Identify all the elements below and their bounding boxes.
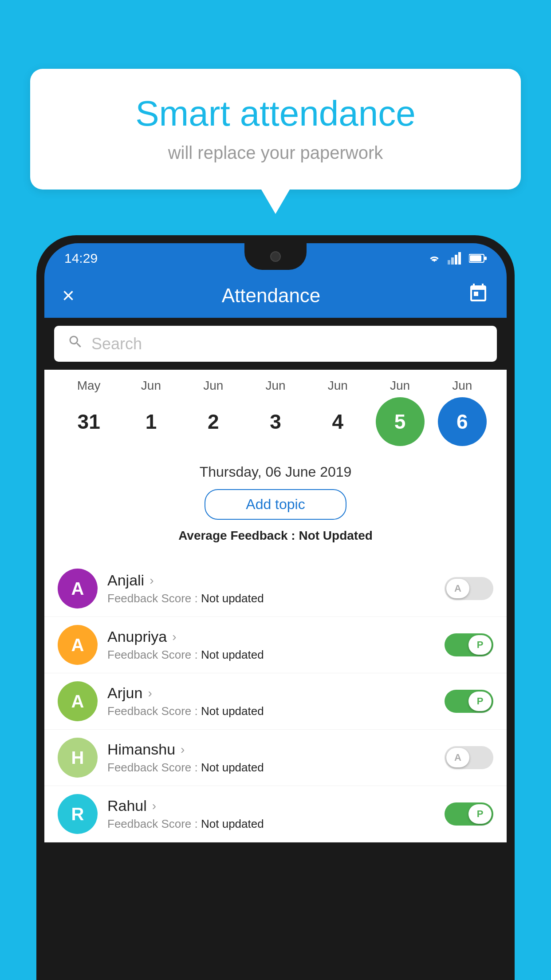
- calendar-strip: May Jun Jun Jun Jun Jun Jun 31 1 2 3 4 5…: [44, 370, 507, 450]
- student-feedback-1: Feedback Score : Not updated: [107, 648, 435, 662]
- chevron-icon-2: ›: [148, 686, 152, 700]
- student-avatar-0: A: [58, 569, 98, 609]
- month-3: Jun: [247, 379, 304, 393]
- svg-rect-6: [484, 257, 487, 260]
- student-avatar-4: R: [58, 794, 98, 834]
- svg-rect-5: [470, 255, 481, 261]
- chevron-icon-4: ›: [152, 799, 156, 813]
- date-6-selected[interactable]: 6: [438, 397, 487, 446]
- student-avatar-1: A: [58, 625, 98, 665]
- add-topic-button[interactable]: Add topic: [205, 489, 346, 520]
- calendar-dates: 31 1 2 3 4 5 6: [58, 397, 493, 446]
- attendance-toggle-2[interactable]: P: [445, 690, 493, 713]
- student-feedback-2: Feedback Score : Not updated: [107, 704, 435, 718]
- toggle-knob-0: A: [446, 579, 469, 598]
- chevron-icon-3: ›: [181, 743, 185, 757]
- student-avatar-3: H: [58, 738, 98, 778]
- month-0: May: [60, 379, 118, 393]
- close-button[interactable]: ×: [62, 285, 75, 306]
- month-4: Jun: [309, 379, 366, 393]
- search-icon: [67, 334, 83, 354]
- month-1: Jun: [122, 379, 180, 393]
- calendar-months: May Jun Jun Jun Jun Jun Jun: [58, 379, 493, 393]
- student-feedback-0: Feedback Score : Not updated: [107, 592, 435, 605]
- student-feedback-3: Feedback Score : Not updated: [107, 761, 435, 775]
- status-bar: 14:29: [44, 243, 507, 273]
- search-bar[interactable]: Search: [54, 326, 497, 362]
- student-feedback-4: Feedback Score : Not updated: [107, 817, 435, 831]
- svg-rect-1: [451, 257, 454, 265]
- speech-bubble-container: Smart attendance will replace your paper…: [30, 69, 521, 190]
- phone-frame: 14:29: [36, 235, 515, 980]
- student-name-4[interactable]: Rahul ›: [107, 797, 435, 814]
- student-info-4: Rahul › Feedback Score : Not updated: [107, 797, 435, 831]
- student-name-1[interactable]: Anupriya ›: [107, 628, 435, 645]
- avg-feedback: Average Feedback : Not Updated: [58, 529, 493, 543]
- month-6: Jun: [433, 379, 491, 393]
- student-info-1: Anupriya › Feedback Score : Not updated: [107, 628, 435, 662]
- phone-inner: 14:29: [44, 243, 507, 972]
- date-3[interactable]: 3: [251, 397, 300, 446]
- student-info-3: Himanshu › Feedback Score : Not updated: [107, 741, 435, 775]
- attendance-toggle-4[interactable]: P: [445, 802, 493, 826]
- speech-bubble: Smart attendance will replace your paper…: [30, 69, 521, 190]
- student-item-0: A Anjali › Feedback Score : Not updated …: [44, 561, 507, 617]
- toggle-knob-3: A: [446, 748, 469, 767]
- content-area: Thursday, 06 June 2019 Add topic Average…: [44, 450, 507, 561]
- date-4[interactable]: 4: [313, 397, 362, 446]
- status-icons: [426, 252, 487, 265]
- student-item-4: R Rahul › Feedback Score : Not updated P: [44, 786, 507, 842]
- bubble-title: Smart attendance: [57, 93, 494, 134]
- chevron-icon-0: ›: [150, 573, 153, 588]
- notch: [244, 243, 307, 270]
- svg-rect-3: [458, 252, 461, 265]
- student-item-3: H Himanshu › Feedback Score : Not update…: [44, 730, 507, 786]
- signal-icon: [448, 252, 464, 265]
- student-info-0: Anjali › Feedback Score : Not updated: [107, 572, 435, 605]
- student-item-2: A Arjun › Feedback Score : Not updated P: [44, 673, 507, 730]
- attendance-toggle-3[interactable]: A: [445, 746, 493, 769]
- student-name-3[interactable]: Himanshu ›: [107, 741, 435, 758]
- selected-date: Thursday, 06 June 2019: [58, 464, 493, 480]
- attendance-toggle-0[interactable]: A: [445, 577, 493, 600]
- attendance-toggle-1[interactable]: P: [445, 633, 493, 656]
- toggle-knob-2: P: [468, 692, 492, 711]
- toggle-knob-1: P: [468, 635, 492, 655]
- month-2: Jun: [185, 379, 242, 393]
- student-name-2[interactable]: Arjun ›: [107, 684, 435, 702]
- date-31[interactable]: 31: [64, 397, 113, 446]
- svg-rect-2: [455, 255, 457, 265]
- chevron-icon-1: ›: [172, 630, 176, 644]
- bubble-subtitle: will replace your paperwork: [57, 143, 494, 163]
- student-list: A Anjali › Feedback Score : Not updated …: [44, 561, 507, 842]
- student-avatar-2: A: [58, 681, 98, 721]
- date-2[interactable]: 2: [189, 397, 238, 446]
- student-info-2: Arjun › Feedback Score : Not updated: [107, 684, 435, 718]
- date-5-today[interactable]: 5: [376, 397, 425, 446]
- student-name-0[interactable]: Anjali ›: [107, 572, 435, 589]
- toggle-knob-4: P: [468, 804, 492, 824]
- header-title: Attendance: [222, 285, 321, 307]
- month-5: Jun: [371, 379, 429, 393]
- avg-feedback-value: Not Updated: [299, 529, 372, 542]
- calendar-icon[interactable]: [468, 283, 489, 308]
- avg-feedback-label: Average Feedback :: [178, 529, 295, 542]
- camera: [270, 251, 281, 262]
- status-time: 14:29: [64, 251, 98, 266]
- student-item-1: A Anupriya › Feedback Score : Not update…: [44, 617, 507, 673]
- app-header: × Attendance: [44, 273, 507, 318]
- wifi-icon: [426, 252, 442, 265]
- battery-icon: [469, 253, 487, 263]
- search-input[interactable]: Search: [91, 335, 142, 353]
- svg-rect-0: [448, 260, 450, 265]
- date-1[interactable]: 1: [126, 397, 175, 446]
